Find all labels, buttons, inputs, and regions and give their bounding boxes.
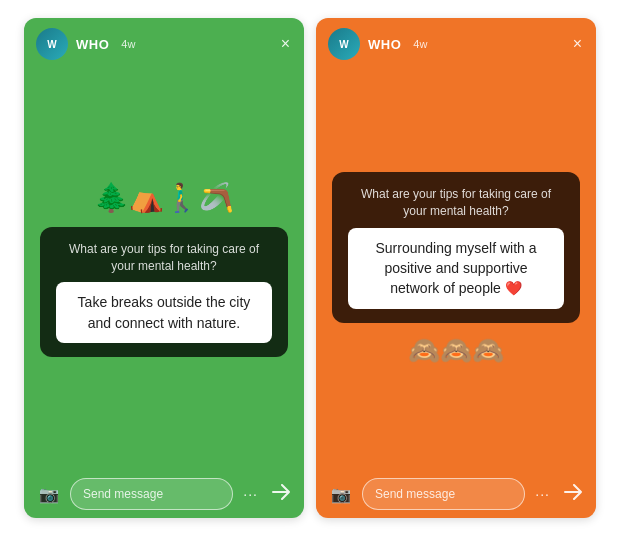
emojis-top-green: 🌲⛺🚶‍♂️🪃 <box>94 181 234 215</box>
time-ago-orange: 4w <box>413 38 427 50</box>
qa-card-green: What are your tips for taking care of yo… <box>40 227 288 357</box>
story-header-green: W WHO 4w × <box>24 18 304 68</box>
story-card-green: W WHO 4w × 🌲⛺🚶‍♂️🪃 What are your tips fo… <box>24 18 304 518</box>
story-content-green: 🌲⛺🚶‍♂️🪃 What are your tips for taking ca… <box>24 68 304 470</box>
story-content-orange: What are your tips for taking care of yo… <box>316 68 596 470</box>
camera-icon-orange: 📷 <box>331 485 351 504</box>
answer-green: Take breaks outside the city and connect… <box>68 292 260 333</box>
story-footer-orange: 📷 Send message ··· <box>316 470 596 518</box>
question-green: What are your tips for taking care of yo… <box>56 241 272 275</box>
question-orange: What are your tips for taking care of yo… <box>348 186 564 220</box>
header-left-orange: W WHO 4w <box>328 28 427 60</box>
time-ago-green: 4w <box>121 38 135 50</box>
close-button-green[interactable]: × <box>279 34 292 54</box>
camera-button-green[interactable]: 📷 <box>34 479 64 509</box>
answer-orange: Surrounding myself with a positive and s… <box>360 238 552 299</box>
message-input-orange[interactable]: Send message <box>362 478 525 510</box>
answer-box-orange: Surrounding myself with a positive and s… <box>348 228 564 309</box>
answer-box-green: Take breaks outside the city and connect… <box>56 282 272 343</box>
story-footer-green: 📷 Send message ··· <box>24 470 304 518</box>
dots-button-orange[interactable]: ··· <box>531 482 554 506</box>
story-header-orange: W WHO 4w × <box>316 18 596 68</box>
send-icon-orange <box>564 484 582 500</box>
qa-card-orange: What are your tips for taking care of yo… <box>332 172 580 322</box>
message-placeholder-green: Send message <box>83 487 163 501</box>
emojis-bottom-orange: 🙈🙈🙈 <box>408 335 504 366</box>
send-icon-green <box>272 484 290 500</box>
camera-icon-green: 📷 <box>39 485 59 504</box>
avatar-green: W <box>36 28 68 60</box>
send-button-green[interactable] <box>268 480 294 508</box>
close-button-orange[interactable]: × <box>571 34 584 54</box>
message-input-green[interactable]: Send message <box>70 478 233 510</box>
dots-button-green[interactable]: ··· <box>239 482 262 506</box>
message-placeholder-orange: Send message <box>375 487 455 501</box>
stories-container: W WHO 4w × 🌲⛺🚶‍♂️🪃 What are your tips fo… <box>0 0 620 536</box>
story-card-orange: W WHO 4w × What are your tips for taking… <box>316 18 596 518</box>
avatar-orange: W <box>328 28 360 60</box>
username-green: WHO <box>76 37 109 52</box>
header-left: W WHO 4w <box>36 28 135 60</box>
camera-button-orange[interactable]: 📷 <box>326 479 356 509</box>
username-orange: WHO <box>368 37 401 52</box>
send-button-orange[interactable] <box>560 480 586 508</box>
